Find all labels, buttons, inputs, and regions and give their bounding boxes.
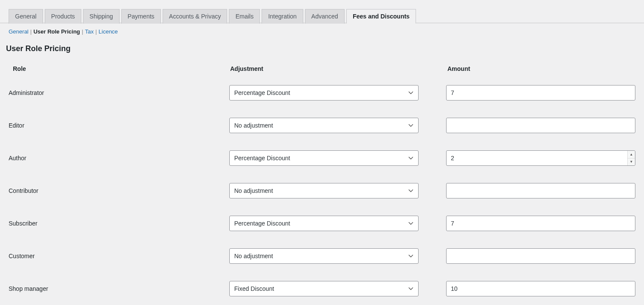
table-row: CustomerNo adjustmentPercentage Discount… [9,240,635,272]
role-label: Shop manager [9,285,229,292]
separator: | [82,28,83,35]
subnav-licence[interactable]: Licence [99,28,118,35]
sub-nav: General|User Role Pricing|Tax|Licence [0,23,644,35]
amount-input[interactable] [446,150,635,166]
amount-input[interactable] [446,183,635,198]
amount-input[interactable] [446,248,635,264]
adjustment-select[interactable]: No adjustmentPercentage DiscountFixed Di… [229,248,419,264]
table-row: ContributorNo adjustmentPercentage Disco… [9,174,635,207]
amount-cell [446,118,635,133]
adjustment-cell: No adjustmentPercentage DiscountFixed Di… [229,183,446,198]
adjustment-cell: No adjustmentPercentage DiscountFixed Di… [229,216,446,231]
spinner-up-icon[interactable]: ▲ [628,151,635,159]
amount-cell [446,183,635,198]
form-area: Role Adjustment Amount AdministratorNo a… [0,57,644,305]
spinner-down-icon[interactable]: ▼ [628,159,635,166]
tab-general[interactable]: General [9,9,43,24]
role-label: Administrator [9,89,229,96]
role-label: Subscriber [9,220,229,227]
subnav-user-role-pricing[interactable]: User Role Pricing [34,28,80,35]
amount-cell [446,281,635,296]
role-label: Customer [9,253,229,259]
subnav-general[interactable]: General [9,28,28,35]
tab-integration[interactable]: Integration [262,9,303,24]
role-label: Author [9,155,229,162]
adjustment-select[interactable]: No adjustmentPercentage DiscountFixed Di… [229,183,419,198]
tab-products[interactable]: Products [45,9,81,24]
spinner-buttons: ▲▼ [627,151,635,165]
tab-advanced[interactable]: Advanced [305,9,345,24]
role-label: Contributor [9,187,229,194]
subnav-tax[interactable]: Tax [85,28,93,35]
amount-input[interactable] [446,85,635,101]
table-row: Shop managerNo adjustmentPercentage Disc… [9,272,635,305]
page-title: User Role Pricing [0,35,644,57]
tab-emails[interactable]: Emails [229,9,260,24]
adjustment-cell: No adjustmentPercentage DiscountFixed Di… [229,150,446,166]
adjustment-select[interactable]: No adjustmentPercentage DiscountFixed Di… [229,281,419,296]
amount-input[interactable] [446,281,635,296]
main-tabs: GeneralProductsShippingPaymentsAccounts … [0,9,644,23]
adjustment-select[interactable]: No adjustmentPercentage DiscountFixed Di… [229,216,419,231]
tab-accounts-privacy[interactable]: Accounts & Privacy [163,9,228,24]
adjustment-select[interactable]: No adjustmentPercentage DiscountFixed Di… [229,118,419,133]
table-row: SubscriberNo adjustmentPercentage Discou… [9,207,635,240]
header-role: Role [9,65,230,72]
header-adjustment: Adjustment [230,65,447,72]
adjustment-cell: No adjustmentPercentage DiscountFixed Di… [229,248,446,264]
table-row: EditorNo adjustmentPercentage DiscountFi… [9,109,635,142]
role-label: Editor [9,122,229,129]
amount-cell [446,216,635,231]
adjustment-cell: No adjustmentPercentage DiscountFixed Di… [229,281,446,296]
tab-payments[interactable]: Payments [121,9,161,24]
table-header-row: Role Adjustment Amount [9,57,635,76]
adjustment-select[interactable]: No adjustmentPercentage DiscountFixed Di… [229,150,419,166]
table-row: AuthorNo adjustmentPercentage DiscountFi… [9,142,635,174]
separator: | [96,28,97,35]
amount-cell [446,248,635,264]
amount-input[interactable] [446,118,635,133]
table-row: AdministratorNo adjustmentPercentage Dis… [9,76,635,109]
header-amount: Amount [447,65,635,72]
tab-shipping[interactable]: Shipping [83,9,120,24]
adjustment-cell: No adjustmentPercentage DiscountFixed Di… [229,118,446,133]
amount-cell [446,85,635,101]
separator: | [30,28,31,35]
adjustment-select[interactable]: No adjustmentPercentage DiscountFixed Di… [229,85,419,101]
tab-fees-and-discounts[interactable]: Fees and Discounts [346,9,416,24]
amount-input[interactable] [446,216,635,231]
amount-cell: ▲▼ [446,150,635,166]
adjustment-cell: No adjustmentPercentage DiscountFixed Di… [229,85,446,101]
